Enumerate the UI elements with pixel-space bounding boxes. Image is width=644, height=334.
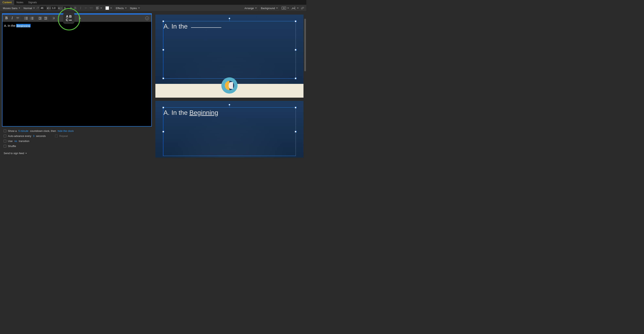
chevron-down-icon: [33, 8, 35, 9]
countdown-checkbox[interactable]: [4, 130, 6, 132]
opt-repeat: Repeat: [59, 135, 68, 138]
resize-handle-ne[interactable]: [295, 21, 296, 22]
tracking-input[interactable]: [63, 6, 70, 10]
chevron-down-icon: [297, 8, 299, 9]
opt-transition: transition: [19, 140, 30, 143]
shuffle-checkbox[interactable]: [4, 145, 6, 147]
rotate-handle[interactable]: [229, 18, 230, 19]
editor-toolbar: B I TT 123: [2, 15, 151, 22]
info-icon[interactable]: i: [145, 17, 149, 20]
italic-button[interactable]: I: [78, 6, 83, 11]
svg-rect-20: [31, 19, 34, 20]
align-left-icon: [96, 7, 99, 10]
scrollbar[interactable]: [304, 19, 306, 71]
autoadvance-seconds-link[interactable]: 3: [33, 135, 34, 138]
numbered-list-button[interactable]: 123: [29, 16, 34, 21]
opt-use: Use: [8, 140, 12, 143]
styles-dropdown[interactable]: Styles: [128, 6, 142, 11]
svg-point-11: [25, 18, 25, 19]
resize-handle-se[interactable]: [295, 78, 296, 79]
tab-signals[interactable]: Signals: [26, 0, 40, 5]
editor-content[interactable]: A. In the Beginning: [2, 22, 151, 126]
svg-rect-10: [26, 17, 28, 18]
image-icon: [291, 7, 296, 10]
svg-rect-25: [46, 18, 47, 19]
text-selection-frame[interactable]: [163, 107, 296, 156]
bold-button[interactable]: B: [4, 16, 9, 21]
preview-slide-2[interactable]: A. In the Beginning: [156, 101, 304, 158]
svg-rect-16: [31, 17, 34, 18]
svg-point-9: [25, 17, 25, 18]
svg-rect-12: [26, 18, 28, 19]
text-color-dropdown[interactable]: [104, 6, 113, 11]
effects-dropdown[interactable]: Effects: [114, 6, 128, 11]
arrange-dropdown[interactable]: Arrange: [243, 6, 258, 11]
preview-pane: A. In the A. In the B: [154, 11, 306, 159]
moon-icon: [225, 81, 234, 90]
svg-text:A: A: [49, 7, 50, 9]
chevron-down-icon: [138, 8, 140, 9]
chevron-down-icon: [18, 8, 20, 9]
editor-text-prefix: A. In the: [4, 24, 16, 27]
transition-type-link[interactable]: no: [14, 140, 17, 143]
line-height-icon: A: [48, 7, 50, 10]
fill-in-blank-button[interactable]: A B C: [63, 13, 74, 24]
insert-shape-button[interactable]: [300, 6, 305, 11]
line-height-input[interactable]: [51, 6, 58, 10]
chevron-down-icon: [255, 8, 257, 9]
resize-handle-nw[interactable]: [162, 21, 164, 22]
insert-textbox-dropdown[interactable]: A: [280, 6, 290, 11]
background-dropdown[interactable]: Background: [260, 6, 280, 11]
svg-rect-21: [39, 17, 42, 18]
resize-handle-w[interactable]: [162, 131, 164, 132]
svg-point-13: [25, 19, 25, 20]
svg-rect-31: [79, 18, 79, 19]
countdown-minutes-link[interactable]: 5 minute: [18, 129, 28, 132]
opt-show-a: Show a: [8, 129, 16, 132]
repeat-checkbox[interactable]: [55, 135, 58, 137]
more-left-button[interactable]: [51, 16, 57, 21]
svg-point-8: [301, 8, 303, 10]
resize-handle-nw[interactable]: [162, 107, 164, 108]
font-weight-label: Normal: [24, 7, 32, 10]
send-to-sign-feed-dropdown[interactable]: Send to sign feed: [4, 151, 150, 156]
tab-content[interactable]: Content: [0, 0, 14, 5]
resize-handle-w[interactable]: [162, 49, 164, 51]
bold-button[interactable]: B: [73, 6, 78, 11]
text-selection-frame[interactable]: [163, 21, 296, 79]
bullet-list-button[interactable]: [23, 16, 29, 21]
transition-checkbox[interactable]: [4, 140, 6, 142]
tracking-spinner[interactable]: [70, 7, 72, 9]
effects-label: Effects: [116, 7, 124, 10]
moon-badge: [221, 77, 238, 94]
case-button[interactable]: TT: [15, 16, 21, 21]
countdown-action-link[interactable]: hide the clock: [58, 129, 74, 132]
insert-image-dropdown[interactable]: [290, 6, 300, 11]
autoadvance-checkbox[interactable]: [4, 135, 6, 137]
tab-notes[interactable]: Notes: [14, 0, 26, 5]
resize-handle-e[interactable]: [295, 131, 296, 132]
indent-button[interactable]: [43, 16, 48, 21]
svg-rect-28: [53, 18, 54, 19]
preview-slide-1[interactable]: A. In the: [156, 15, 304, 98]
format-toolbar: Museo Sans Normal TT A A V B I TT TT: [0, 5, 306, 11]
font-weight-dropdown[interactable]: Normal: [22, 6, 36, 11]
resize-handle-e[interactable]: [295, 49, 296, 51]
resize-handle-sw[interactable]: [162, 78, 164, 79]
svg-rect-14: [26, 19, 28, 20]
resize-handle-ne[interactable]: [295, 107, 296, 108]
svg-rect-18: [31, 18, 34, 19]
rotate-handle[interactable]: [229, 104, 230, 106]
opt-seconds: seconds: [36, 135, 46, 138]
italic-button[interactable]: I: [9, 16, 15, 21]
svg-rect-22: [40, 18, 42, 19]
top-tabs: Content Notes Signals: [0, 0, 306, 5]
outdent-button[interactable]: [37, 16, 43, 21]
font-family-dropdown[interactable]: Museo Sans: [1, 6, 22, 11]
more-right-button[interactable]: [77, 16, 83, 21]
svg-text:A V: A V: [60, 7, 62, 9]
all-caps-button[interactable]: TT: [88, 6, 94, 11]
small-caps-button[interactable]: TT: [83, 6, 88, 11]
font-size-input[interactable]: [40, 6, 46, 10]
align-dropdown[interactable]: [95, 6, 103, 10]
